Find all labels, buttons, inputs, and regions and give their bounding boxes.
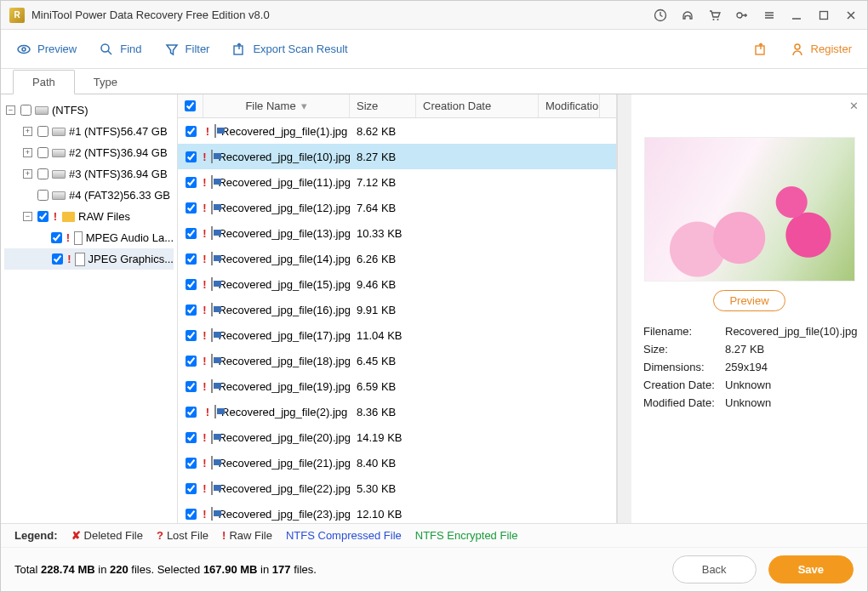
row-checkbox[interactable] — [186, 381, 197, 392]
find-toolbar-button[interactable]: Find — [99, 42, 141, 57]
register-label: Register — [811, 43, 852, 55]
svg-point-7 — [101, 44, 109, 52]
row-checkbox[interactable] — [186, 305, 197, 316]
row-checkbox[interactable] — [186, 126, 197, 137]
minimize-button[interactable] — [789, 8, 804, 23]
row-checkbox[interactable] — [186, 330, 197, 341]
jpg-icon — [211, 430, 213, 444]
raw-marker-icon: ! — [203, 355, 206, 367]
file-size: 8.27 KB — [357, 151, 396, 163]
tree-checkbox[interactable] — [37, 147, 49, 158]
table-row[interactable]: !Recovered_jpg_file(2).jpg8.36 KB — [178, 399, 616, 424]
tree-jpeg[interactable]: !JPEG Graphics... — [4, 248, 174, 270]
headset-icon[interactable] — [680, 8, 695, 23]
row-checkbox[interactable] — [186, 356, 197, 367]
table-row[interactable]: !Recovered_jpg_file(1).jpg8.62 KB — [178, 118, 616, 144]
collapse-icon[interactable]: − — [6, 105, 15, 115]
tree-checkbox[interactable] — [20, 105, 31, 116]
tree-checkbox[interactable] — [37, 168, 49, 179]
legend-bar: Legend: ✘Deleted File ?Lost File !Raw Fi… — [1, 523, 867, 547]
close-button[interactable] — [843, 8, 859, 23]
preview-button[interactable]: Preview — [713, 290, 785, 311]
tab-type[interactable]: Type — [75, 71, 136, 94]
legend-ntfs-encrypted: NTFS Encrypted File — [415, 529, 518, 542]
tree-root[interactable]: − (NTFS) — [4, 100, 174, 121]
row-checkbox[interactable] — [186, 483, 197, 494]
folder-tree[interactable]: − (NTFS) +#1 (NTFS)56.47 GB +#2 (NTFS)36… — [1, 94, 178, 523]
column-size[interactable]: Size — [350, 94, 416, 117]
column-creation-date[interactable]: Creation Date — [416, 94, 539, 117]
table-row[interactable]: !Recovered_jpg_file(15).jpg9.46 KB — [178, 271, 616, 297]
raw-marker-icon: ! — [52, 210, 59, 223]
tree-checkbox[interactable] — [37, 211, 49, 222]
clock-icon[interactable] — [653, 8, 668, 23]
file-list-body[interactable]: !Recovered_jpg_file(1).jpg8.62 KB!Recove… — [178, 118, 616, 523]
row-checkbox[interactable] — [186, 509, 197, 520]
table-row[interactable]: !Recovered_jpg_file(12).jpg7.64 KB — [178, 195, 616, 220]
expand-icon[interactable]: + — [23, 169, 32, 179]
close-preview-icon[interactable]: ✕ — [849, 100, 859, 112]
register-button[interactable]: Register — [791, 42, 852, 57]
row-checkbox[interactable] — [186, 407, 197, 418]
table-row[interactable]: !Recovered_jpg_file(20).jpg14.19 KB — [178, 424, 616, 450]
filter-toolbar-button[interactable]: Filter — [164, 42, 210, 57]
table-row[interactable]: !Recovered_jpg_file(19).jpg6.59 KB — [178, 373, 616, 399]
tree-partition-1[interactable]: +#1 (NTFS)56.47 GB — [4, 121, 174, 142]
meta-label-size: Size: — [643, 343, 725, 356]
table-row[interactable]: !Recovered_jpg_file(23).jpg12.10 KB — [178, 501, 616, 523]
row-checkbox[interactable] — [186, 279, 197, 290]
raw-marker-icon: ! — [203, 278, 206, 291]
back-button[interactable]: Back — [672, 555, 757, 583]
table-row[interactable]: !Recovered_jpg_file(17).jpg11.04 KB — [178, 322, 616, 348]
row-checkbox[interactable] — [186, 458, 197, 469]
file-size: 6.59 KB — [357, 380, 396, 393]
row-checkbox[interactable] — [186, 228, 197, 239]
collapse-icon[interactable]: − — [23, 212, 32, 221]
cart-icon[interactable] — [707, 8, 722, 23]
table-row[interactable]: !Recovered_jpg_file(13).jpg10.33 KB — [178, 220, 616, 246]
meta-value-creation: Unknown — [725, 379, 857, 391]
maximize-button[interactable] — [816, 8, 831, 23]
tree-raw-files[interactable]: −!RAW Files — [4, 206, 174, 227]
tree-partition-3[interactable]: +#3 (NTFS)36.94 GB — [4, 163, 174, 185]
save-button[interactable]: Save — [768, 555, 854, 583]
export-toolbar-button[interactable]: Export Scan Result — [231, 42, 347, 57]
menu-icon[interactable] — [762, 8, 777, 23]
export-icon-right[interactable] — [753, 42, 768, 57]
scrollbar[interactable] — [617, 94, 631, 523]
table-row[interactable]: !Recovered_jpg_file(14).jpg6.26 KB — [178, 246, 616, 271]
tree-checkbox[interactable] — [37, 190, 49, 201]
tree-partition-2[interactable]: +#2 (NTFS)36.94 GB — [4, 142, 174, 163]
table-row[interactable]: !Recovered_jpg_file(18).jpg6.45 KB — [178, 348, 616, 373]
row-checkbox[interactable] — [186, 177, 197, 188]
tree-partition-4[interactable]: #4 (FAT32)56.33 GB — [4, 185, 174, 206]
preview-toolbar-button[interactable]: Preview — [16, 42, 77, 57]
row-checkbox[interactable] — [186, 151, 197, 162]
row-checkbox[interactable] — [186, 432, 197, 443]
file-name: Recovered_jpg_file(14).jpg — [218, 253, 350, 265]
jpg-icon — [211, 303, 213, 316]
jpg-icon — [211, 328, 213, 342]
tree-checkbox[interactable] — [37, 126, 49, 137]
column-filename[interactable]: File Name▾ — [203, 94, 350, 117]
tree-mpeg[interactable]: !MPEG Audio La... — [4, 227, 174, 248]
table-row[interactable]: !Recovered_jpg_file(11).jpg7.12 KB — [178, 169, 616, 195]
row-checkbox[interactable] — [186, 202, 197, 213]
table-row[interactable]: !Recovered_jpg_file(10).jpg8.27 KB — [178, 144, 616, 169]
expand-icon[interactable]: + — [23, 127, 32, 136]
tree-checkbox[interactable] — [52, 253, 63, 265]
select-all-checkbox[interactable] — [185, 100, 196, 111]
column-modification[interactable]: Modification — [539, 94, 600, 117]
jpg-icon — [211, 277, 213, 291]
row-checkbox[interactable] — [186, 253, 197, 265]
svg-point-3 — [737, 13, 742, 18]
key-icon[interactable] — [734, 8, 750, 23]
table-row[interactable]: !Recovered_jpg_file(16).jpg9.91 KB — [178, 297, 616, 322]
file-name: Recovered_jpg_file(11).jpg — [218, 176, 350, 189]
tree-checkbox[interactable] — [51, 232, 62, 243]
table-row[interactable]: !Recovered_jpg_file(21).jpg8.40 KB — [178, 450, 616, 475]
tab-path[interactable]: Path — [13, 70, 75, 94]
expand-icon[interactable]: + — [23, 148, 32, 157]
table-row[interactable]: !Recovered_jpg_file(22).jpg5.30 KB — [178, 475, 616, 501]
raw-marker-icon: ! — [203, 304, 206, 316]
